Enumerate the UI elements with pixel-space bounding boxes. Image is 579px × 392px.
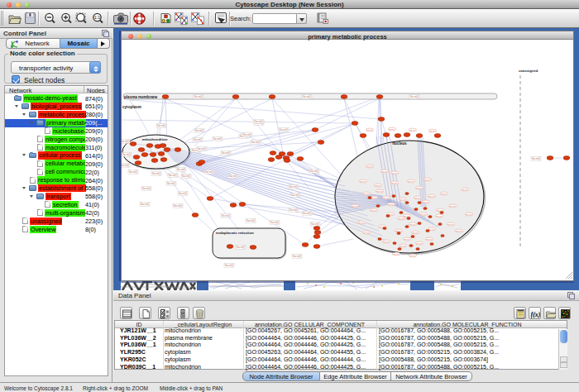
svg-text:Sw-m(l): Sw-m(l) [152,172,160,175]
svg-text:Sw-m(l): Sw-m(l) [409,129,416,131]
svg-text:Sw-m(l): Sw-m(l) [251,141,260,144]
svg-text:Sw-m(l): Sw-m(l) [142,187,151,190]
svg-text:Sw-m(l): Sw-m(l) [383,241,390,242]
svg-text:Sw-m(l): Sw-m(l) [255,120,263,123]
svg-text:Sw-m(l): Sw-m(l) [400,245,406,246]
svg-text:Sw-m(l): Sw-m(l) [213,137,222,141]
svg-text:Sw-m(l): Sw-m(l) [423,201,429,203]
svg-text:Sw-m(l): Sw-m(l) [363,232,370,233]
svg-text:Sw-m(l): Sw-m(l) [436,215,443,217]
svg-text:Sw-m(l): Sw-m(l) [222,151,230,155]
svg-text:Sw-m(l): Sw-m(l) [205,170,213,174]
svg-text:Sw-m(l): Sw-m(l) [462,189,468,190]
svg-text:Sw-m(l): Sw-m(l) [420,213,427,215]
svg-text:Sw-m(l): Sw-m(l) [122,140,129,143]
svg-text:Sw-m(l): Sw-m(l) [129,170,137,174]
svg-text:Sw-m(l): Sw-m(l) [426,238,433,240]
svg-text:Sw-m(l): Sw-m(l) [194,95,203,98]
svg-text:Sw-m(l): Sw-m(l) [449,205,456,207]
svg-text:Sw-m(l): Sw-m(l) [466,213,472,215]
svg-text:Sw-m(l): Sw-m(l) [371,209,377,211]
svg-text:Sw-m(l): Sw-m(l) [290,185,298,189]
svg-text:Sw-m(l): Sw-m(l) [366,165,373,167]
svg-text:Sw-m(l): Sw-m(l) [404,238,410,240]
svg-text:Sw-m(l): Sw-m(l) [409,223,416,225]
svg-text:Sw-m(l): Sw-m(l) [311,222,319,226]
svg-text:Sw-m(l): Sw-m(l) [141,203,149,206]
svg-text:Sw-m(l): Sw-m(l) [182,174,190,178]
svg-text:Sw-m(l): Sw-m(l) [167,182,175,185]
svg-text:Sw-m(l): Sw-m(l) [237,246,245,249]
svg-text:Sw-m(l): Sw-m(l) [410,95,419,98]
svg-text:Sw-m(l): Sw-m(l) [270,221,279,224]
svg-text:Sw-m(l): Sw-m(l) [195,129,203,132]
svg-text:f(x): f(x) [531,310,540,318]
svg-text:Sw-m(l): Sw-m(l) [198,147,206,151]
svg-text:Sw-m(l): Sw-m(l) [177,168,185,171]
svg-text:Sw-m(l): Sw-m(l) [388,203,395,205]
svg-text:nucleus: nucleus [392,141,407,146]
svg-text:plasma membrane: plasma membrane [124,95,158,99]
svg-text:unassigned: unassigned [519,69,538,73]
svg-text:Sw-m(l): Sw-m(l) [280,128,288,131]
svg-text:Sw-m(l): Sw-m(l) [393,253,400,255]
svg-text:Sw-m(l): Sw-m(l) [381,170,388,172]
svg-text:Sw-m(l): Sw-m(l) [366,129,373,131]
svg-text:Sw-m(l): Sw-m(l) [363,193,370,194]
svg-text:Sw-m(l): Sw-m(l) [174,204,182,208]
svg-text:Sw-m(l): Sw-m(l) [416,187,423,189]
svg-text:Sw-m(l): Sw-m(l) [225,264,233,267]
svg-text:Sw-m(l): Sw-m(l) [157,124,165,127]
svg-text:Sw-m(l): Sw-m(l) [358,222,365,223]
svg-text:Sw-m(l): Sw-m(l) [395,230,402,232]
svg-text:Sw-m(l): Sw-m(l) [414,197,421,198]
svg-text:endoplasmic reticulum: endoplasmic reticulum [216,231,254,235]
svg-text:Sw-m(l): Sw-m(l) [229,174,237,178]
svg-text:cytoplasm: cytoplasm [122,105,141,109]
svg-text:Sw-m(l): Sw-m(l) [310,170,318,173]
svg-text:Sw-m(l): Sw-m(l) [409,255,416,256]
svg-text:Sw-m(l): Sw-m(l) [375,184,381,186]
svg-text:Sw-m(l): Sw-m(l) [437,209,443,211]
svg-text:Sw-m(l): Sw-m(l) [222,214,230,218]
svg-text:Sw-m(l): Sw-m(l) [447,223,454,225]
svg-text:Sw-m(l): Sw-m(l) [412,232,419,233]
svg-text:Sw-m(l): Sw-m(l) [122,153,131,156]
svg-text:Sw-m(l): Sw-m(l) [290,208,298,212]
svg-text:Sw-m(l): Sw-m(l) [389,128,395,130]
svg-text:Sw-m(l): Sw-m(l) [376,190,383,192]
svg-text:Sw-m(l): Sw-m(l) [428,195,435,197]
svg-text:mitochondrion: mitochondrion [142,137,168,141]
svg-text:Sw-m(l): Sw-m(l) [194,138,202,141]
svg-text:Sw-m(l): Sw-m(l) [303,212,311,215]
svg-text:Sw-m(l): Sw-m(l) [360,180,366,182]
svg-text:Sw-m(l): Sw-m(l) [456,230,462,232]
svg-text:Sw-m(l): Sw-m(l) [246,219,255,222]
svg-text:Sw-m(l): Sw-m(l) [408,180,414,182]
svg-text:Sw-m(l): Sw-m(l) [243,133,251,136]
svg-text:Sw-m(l): Sw-m(l) [391,182,398,184]
svg-text:Sw-m(l): Sw-m(l) [303,95,311,98]
svg-text:Sw-m(l): Sw-m(l) [404,215,410,217]
svg-text:Sw-m(l): Sw-m(l) [416,242,423,244]
svg-text:Sw-m(l): Sw-m(l) [391,172,398,174]
svg-text:Sw-m(l): Sw-m(l) [429,130,436,131]
svg-text:Sw-m(l): Sw-m(l) [398,218,404,219]
svg-text:Sw-m(l): Sw-m(l) [169,174,177,177]
svg-text:Sw-m(l): Sw-m(l) [291,194,299,197]
svg-text:Sw-m(l): Sw-m(l) [293,255,301,258]
svg-text:Sw-m(l): Sw-m(l) [424,179,431,180]
svg-text:Sw-m(l): Sw-m(l) [428,228,435,230]
svg-text:Sw-m(l): Sw-m(l) [352,205,358,207]
svg-text:Sw-m(l): Sw-m(l) [179,192,187,195]
svg-text:Sw-m(l): Sw-m(l) [122,164,129,167]
svg-text:1:1: 1:1 [94,15,100,20]
svg-text:Sw-m(l): Sw-m(l) [383,197,390,198]
svg-text:Sw-m(l): Sw-m(l) [441,193,447,194]
svg-text:Sw-m(l): Sw-m(l) [400,198,406,200]
svg-text:Sw-m(l): Sw-m(l) [532,157,540,160]
